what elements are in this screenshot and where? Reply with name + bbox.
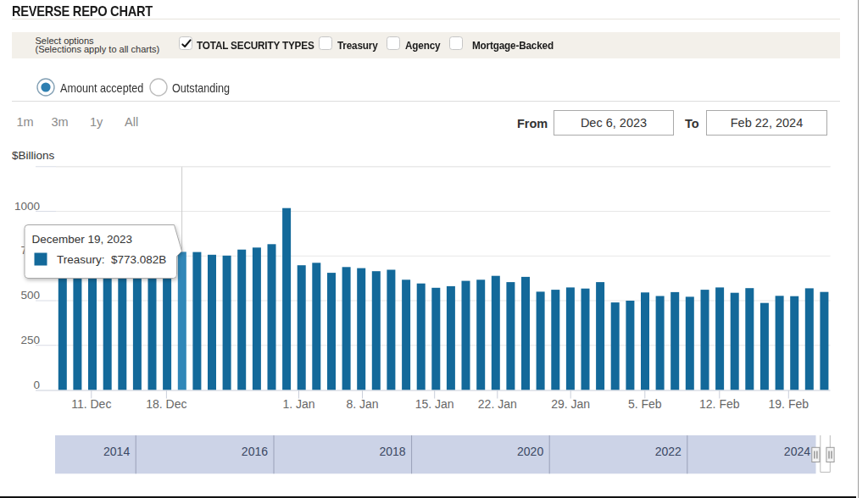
svg-text:15. Jan: 15. Jan [415, 397, 454, 411]
svg-text:22. Jan: 22. Jan [478, 397, 517, 411]
svg-text:2018: 2018 [379, 445, 405, 458]
svg-text:12. Feb: 12. Feb [699, 397, 740, 411]
svg-text:29. Jan: 29. Jan [551, 397, 590, 411]
svg-text:18. Dec: 18. Dec [146, 397, 186, 411]
svg-text:1. Jan: 1. Jan [282, 397, 314, 411]
svg-text:2024: 2024 [784, 445, 810, 458]
svg-text:11. Dec: 11. Dec [71, 397, 111, 411]
svg-text:December 19, 2023: December 19, 2023 [32, 233, 133, 246]
svg-text:1000: 1000 [14, 200, 40, 213]
svg-text:8. Jan: 8. Jan [346, 397, 378, 411]
svg-text:2022: 2022 [655, 445, 682, 458]
svg-text:500: 500 [20, 289, 40, 302]
svg-text:2014: 2014 [103, 445, 130, 458]
svg-text:250: 250 [20, 334, 40, 346]
svg-text:0: 0 [33, 379, 40, 391]
svg-text:19. Feb: 19. Feb [769, 397, 810, 411]
svg-text:Treasury: $773.082B: Treasury: $773.082B [57, 253, 166, 266]
svg-text:2016: 2016 [242, 445, 268, 458]
svg-text:2020: 2020 [517, 445, 543, 458]
svg-text:5. Feb: 5. Feb [628, 397, 662, 411]
